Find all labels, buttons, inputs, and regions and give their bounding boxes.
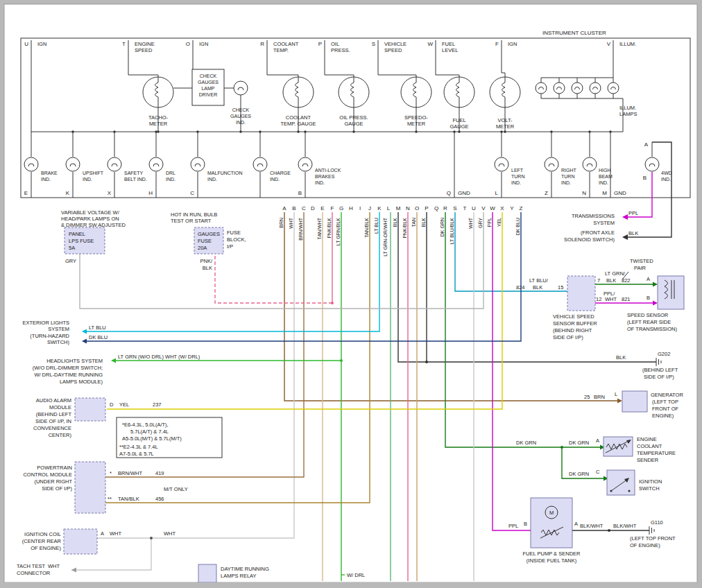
module-label: CENTER) — [49, 432, 72, 438]
drl-relay-box — [198, 564, 216, 582]
fuse-label: 20A — [198, 245, 207, 251]
connector-pin: R — [443, 205, 447, 211]
indicator-label: IND. — [166, 177, 176, 182]
vss-buffer-box — [567, 276, 595, 311]
pin-letter: B — [647, 295, 650, 301]
speedometer-gauge — [401, 77, 431, 107]
pin-label: SPEED — [384, 47, 402, 53]
connector-pin: U — [472, 205, 476, 211]
wire-color-label: PNK/BLK — [402, 218, 407, 239]
indicator-label: IND. — [270, 177, 280, 182]
module-label: SENSOR BUFFER — [553, 320, 597, 327]
brake-indicator-lamp — [24, 157, 38, 171]
gauge-label: TEMP. GAUGE — [280, 121, 316, 127]
gauge-label: LAMPS — [619, 111, 637, 117]
voltmeter-gauge — [490, 77, 520, 107]
component-label: ENGINE) — [652, 413, 674, 419]
connector-pin: E — [320, 205, 324, 211]
indicator-label: IND. — [207, 177, 217, 182]
pin-letter: E — [24, 190, 28, 196]
module-label: SIDE OF I/P, IN — [35, 418, 71, 424]
check-gauges-indicator-lamp — [234, 81, 248, 95]
circuit-number: 824 — [516, 284, 525, 291]
connector-pin: F — [331, 205, 334, 211]
fuse-label: PANEL — [69, 231, 85, 237]
gauge-label: ILLUM. — [619, 105, 636, 111]
pin-label: ** — [108, 496, 112, 502]
pin-letter: A — [644, 141, 649, 148]
wire-label: WHT — [164, 530, 176, 537]
wire-label: DK BLU — [89, 334, 108, 340]
wire-color-label: PPL — [487, 218, 492, 227]
pin-number: 15 — [558, 284, 563, 291]
system-label: SOLENOID SWITCH) — [564, 236, 615, 243]
fuel-pump-box — [531, 498, 572, 548]
connector-pin: Z — [520, 205, 523, 211]
wire-label: LT GRN (W/O DRL) WHT (W/ DRL) — [118, 354, 200, 360]
module-label: (UNDER RIGHT — [34, 478, 72, 485]
pin-letter: O — [186, 41, 190, 47]
indicator-label: BELT IND. — [124, 177, 147, 182]
wire-label: BLK/WHT — [613, 523, 637, 529]
wire-label: PNK/ — [200, 258, 212, 264]
note-line: 5.7L(A/T) & 7.4L — [130, 429, 169, 435]
indicator-label: HIGH — [599, 168, 611, 173]
ground-name: G202 — [658, 351, 670, 357]
indicator-label: IND. — [315, 180, 325, 185]
component-label: SENDER — [637, 457, 659, 463]
pin-letter: B — [643, 175, 647, 181]
wire-label: PPL — [508, 523, 518, 529]
pin-letter: C — [190, 190, 194, 196]
drl-indicator-lamp — [149, 157, 163, 171]
circuit-number: 237 — [153, 401, 162, 408]
module-label: OF ENGINE) — [31, 545, 61, 551]
note-line: A7-5.0L & 5.7L — [119, 451, 154, 457]
pin-letter: S — [372, 41, 375, 47]
pin-letter: W — [427, 41, 433, 47]
component-label: GENERATOR — [651, 392, 683, 398]
connector-pin: P — [425, 205, 428, 211]
wire-color-label: TAN/WHT — [317, 217, 322, 239]
indicator-label: IND. — [83, 177, 92, 182]
wire-label: LT BLU/ — [529, 277, 549, 284]
indicator-label: SAFETY — [124, 171, 144, 175]
twisted-pair-label: PAIR — [634, 265, 647, 271]
pin-label: LEVEL — [442, 47, 458, 53]
module-label: SIDE OF I/P) — [553, 334, 583, 340]
driver-box-label: GAUGES — [198, 80, 219, 85]
system-label: TRANSMISSIONS — [572, 213, 615, 219]
upshift-indicator-lamp — [66, 157, 80, 171]
wiring-diagram-page: INSTRUMENT CLUSTER UIGN — [0, 0, 702, 588]
module-label: VEHICLE SPEED — [553, 313, 594, 320]
pin-letter: D — [110, 401, 114, 408]
pin-letter: P — [318, 41, 322, 47]
indicator-label: IND. — [511, 180, 521, 185]
high-beam-indicator-lamp — [583, 157, 597, 171]
wire-color-label: LT BLU/BLK — [450, 218, 454, 245]
connector-pin: J — [368, 205, 371, 211]
ground-name: G110 — [651, 519, 663, 526]
gauge-label: TACHO- — [148, 114, 169, 121]
system-label: SYSTEM — [48, 326, 69, 332]
pin-label: IGN — [508, 41, 517, 47]
location-label: (LEFT TOP FRONT — [630, 535, 676, 542]
indicator-label: CHARGE — [270, 171, 291, 175]
circuit-number: 456 — [155, 496, 164, 502]
charge-indicator-lamp — [253, 157, 267, 171]
system-label: W/ DRL-DAYTIME RUNNING — [34, 372, 103, 378]
circuit-number: 822 — [622, 277, 631, 284]
wire-label: WHT — [48, 563, 60, 569]
tachometer-gauge — [143, 77, 173, 107]
module-label: POWERTRAIN — [37, 465, 72, 471]
indicator-label: DRL — [166, 171, 176, 175]
wire-label: WHT — [110, 530, 121, 537]
wire-color-label: YEL — [497, 218, 502, 227]
pin-label: IGN — [199, 41, 208, 47]
component-label: (INSIDE FUEL TANK) — [526, 557, 577, 564]
connector-pin: L — [387, 205, 391, 211]
illumination-lamp — [536, 83, 547, 94]
fuse-block-label: FUSE — [227, 230, 241, 236]
condition-label: HEAD/PARK LAMPS ON — [61, 216, 119, 222]
illumination-lamp — [554, 83, 565, 94]
wire-label: BRN — [594, 394, 605, 400]
